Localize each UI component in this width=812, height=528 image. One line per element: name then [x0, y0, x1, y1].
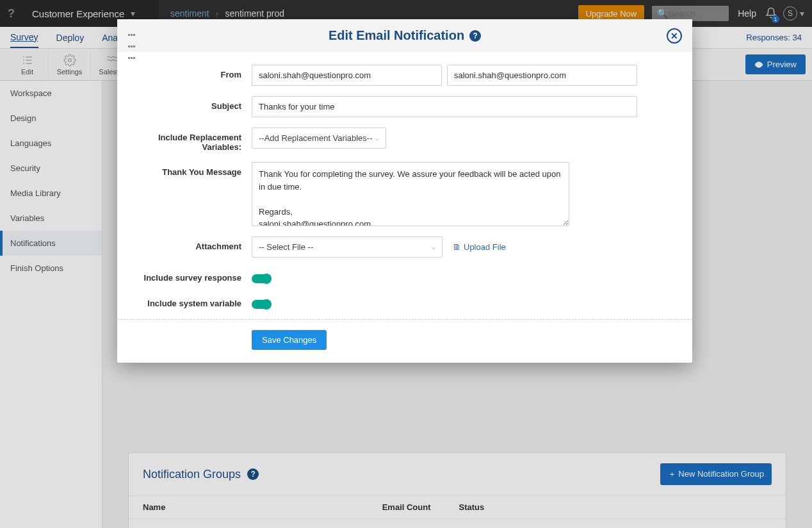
msg-line1: Thank You for completing the survey. We … [259, 169, 560, 192]
attachment-select[interactable]: -- Select File -- ⌵ [252, 236, 443, 258]
modal-title: Edit Email Notification [329, 28, 464, 43]
subject-input[interactable] [252, 96, 637, 117]
close-icon[interactable]: ✕ [667, 28, 682, 44]
file-icon: 🗎 [453, 242, 461, 252]
attachment-placeholder: -- Select File -- [259, 242, 313, 252]
label-include-response: Include survey response [130, 268, 252, 283]
chevron-down-icon: ⌵ [432, 243, 435, 251]
save-changes-button[interactable]: Save Changes [252, 330, 327, 350]
vars-placeholder: --Add Replacement Variables-- [259, 133, 373, 143]
include-system-toggle[interactable] [252, 300, 271, 309]
label-include-vars: Include Replacement Variables: [130, 128, 252, 152]
label-include-system: Include system variable [130, 293, 252, 308]
from-name-input[interactable] [252, 65, 442, 86]
msg-signature-email: saloni.shah@questionpro.com [259, 219, 371, 226]
label-attachment: Attachment [130, 236, 252, 251]
upload-file-link[interactable]: 🗎 Upload File [453, 236, 506, 258]
include-response-toggle[interactable] [252, 274, 271, 283]
drag-handle-icon[interactable] [126, 27, 136, 37]
replacement-vars-select[interactable]: --Add Replacement Variables-- ⌵ [252, 128, 386, 149]
msg-regards: Regards, [259, 207, 293, 217]
label-thankyou: Thank You Message [130, 162, 252, 177]
label-subject: Subject [130, 96, 252, 111]
chevron-down-icon: ⌵ [375, 135, 379, 142]
label-from: From [130, 65, 252, 79]
thankyou-textarea[interactable]: Thank You for completing the survey. We … [252, 162, 569, 226]
from-email-input[interactable] [447, 65, 637, 86]
edit-email-notification-modal: Edit Email Notification ? ✕ From Subject… [117, 19, 692, 363]
help-icon[interactable]: ? [469, 30, 481, 42]
